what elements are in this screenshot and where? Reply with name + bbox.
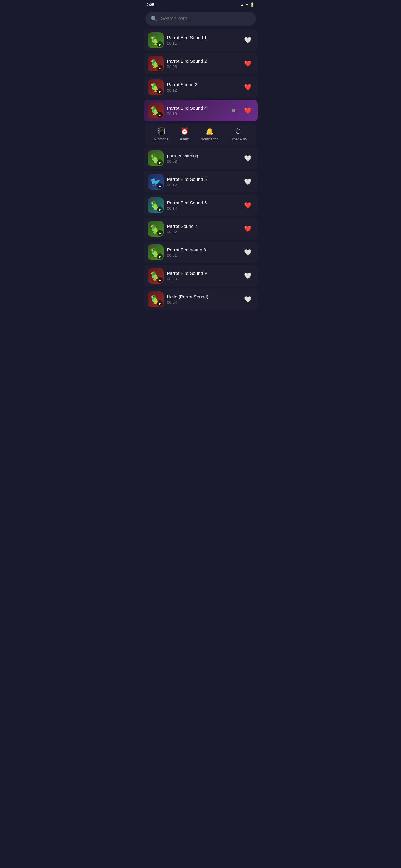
sound-info: Parrot Bird Sound 4 00:19 <box>167 105 225 116</box>
play-icon: ▶ <box>157 112 163 118</box>
favorite-button[interactable]: ❤️ <box>242 58 254 69</box>
sound-info: Parrot Bird Sound 6 00:14 <box>167 200 239 211</box>
notification-button[interactable]: 🔔 Notification <box>201 127 219 141</box>
notification-label: Notification <box>201 137 219 141</box>
play-icon: ▶ <box>157 183 163 189</box>
sound-item[interactable]: 🐦 ▶ Parrot Bird Sound 5 00:12 🤍 <box>144 171 258 193</box>
play-icon: ▶ <box>157 230 163 236</box>
sound-info: Parrot Sound 3 00:12 <box>167 82 239 93</box>
alarm-label: Alarm <box>180 137 189 141</box>
sound-thumbnail: 🦜 ▶ <box>148 197 164 213</box>
wifi-icon: ▾ <box>246 2 248 7</box>
sound-info: Parrot Bird sound 8 00:01 <box>167 247 239 258</box>
sound-duration: 00:05 <box>167 64 239 69</box>
favorite-button[interactable]: 🤍 <box>242 176 254 187</box>
play-icon: ▶ <box>157 159 163 165</box>
timer-play-button[interactable]: ⏱ Timer Play <box>230 127 247 141</box>
sound-info: Parrot Sound 7 00:02 <box>167 224 239 234</box>
sound-title: Parrot Bird Sound 6 <box>167 200 239 205</box>
sound-title: Parrot Bird Sound 9 <box>167 271 239 276</box>
play-icon: ▶ <box>157 207 163 213</box>
play-icon: ▶ <box>157 88 163 94</box>
favorite-button[interactable]: 🤍 <box>242 247 254 258</box>
favorite-button[interactable]: ❤️ <box>242 200 254 211</box>
sound-item[interactable]: 🦜 ▶ parrots chirping 00:03 🤍 <box>144 147 258 169</box>
timer-play-label: Timer Play <box>230 137 247 141</box>
favorite-button[interactable]: 🤍 <box>242 270 254 281</box>
status-time: 9:25 <box>147 2 154 7</box>
sound-duration: 00:14 <box>167 206 239 211</box>
play-icon: ▶ <box>157 65 163 71</box>
sound-info: Parrot Bird Sound 9 00:03 <box>167 271 239 281</box>
sound-duration: 00:12 <box>167 88 239 93</box>
favorite-button[interactable]: ❤️ <box>242 105 254 116</box>
sound-thumbnail: 🦜 ▶ <box>148 103 164 119</box>
play-icon: ▶ <box>157 277 163 283</box>
action-bar: 📳 Ringtone ⏰ Alarm 🔔 Notification ⏱ Time… <box>145 123 256 146</box>
sound-thumbnail: 🦜 ▶ <box>148 79 164 95</box>
sound-item[interactable]: 🦜 ▶ Parrot Bird Sound 4 00:19 ⏹ ❤️ <box>144 100 258 121</box>
sound-thumbnail: 🦜 ▶ <box>148 268 164 284</box>
search-bar[interactable]: 🔍 <box>145 12 256 26</box>
sound-title: Parrot Sound 3 <box>167 82 239 87</box>
sound-title: Hello (Parrot Sound) <box>167 294 239 299</box>
sound-duration: 00:01 <box>167 253 239 258</box>
notification-icon: 🔔 <box>205 127 213 135</box>
sound-title: Parrot Sound 7 <box>167 224 239 229</box>
timer-play-icon: ⏱ <box>235 127 242 135</box>
sound-thumbnail: 🦜 ▶ <box>148 291 164 307</box>
sound-title: Parrot Bird sound 8 <box>167 247 239 252</box>
sound-item[interactable]: 🦜 ▶ Parrot Bird Sound 2 00:05 ❤️ <box>144 53 258 74</box>
sound-title: Parrot Bird Sound 5 <box>167 177 239 182</box>
sound-item[interactable]: 🦜 ▶ Parrot Bird Sound 6 00:14 ❤️ <box>144 194 258 216</box>
play-icon: ▶ <box>157 301 163 307</box>
sound-list: 🦜 ▶ Parrot Bird Sound 1 00:11 🤍 🦜 ▶ Parr… <box>142 29 259 311</box>
sound-duration: 00:19 <box>167 112 225 116</box>
sound-info: Hello (Parrot Sound) 00:04 <box>167 294 239 305</box>
status-bar: 9:25 ▲ ▾ 🔋 <box>142 0 259 9</box>
sound-info: Parrot Bird Sound 1 00:11 <box>167 35 239 45</box>
sound-thumbnail: 🦜 ▶ <box>148 221 164 237</box>
sound-title: Parrot Bird Sound 4 <box>167 105 225 111</box>
signal-icon: ▲ <box>240 2 244 7</box>
sound-thumbnail: 🦜 ▶ <box>148 32 164 48</box>
sound-duration: 00:04 <box>167 300 239 305</box>
alarm-icon: ⏰ <box>180 127 189 135</box>
sound-item[interactable]: 🦜 ▶ Parrot Bird Sound 1 00:11 🤍 <box>144 29 258 51</box>
play-icon: ▶ <box>157 41 163 47</box>
favorite-button[interactable]: 🤍 <box>242 35 254 45</box>
ringtone-icon: 📳 <box>157 127 165 135</box>
sound-title: parrots chirping <box>167 153 239 158</box>
battery-icon: 🔋 <box>250 2 255 7</box>
favorite-button[interactable]: ❤️ <box>242 223 254 234</box>
sound-thumbnail: 🦜 ▶ <box>148 244 164 260</box>
sound-duration: 00:03 <box>167 159 239 164</box>
search-input[interactable] <box>161 16 251 22</box>
sound-thumbnail: 🦜 ▶ <box>148 56 164 71</box>
status-icons: ▲ ▾ 🔋 <box>240 2 255 7</box>
favorite-button[interactable]: ❤️ <box>242 82 254 93</box>
sound-item[interactable]: 🦜 ▶ Parrot Bird sound 8 00:01 🤍 <box>144 241 258 263</box>
sound-thumbnail: 🐦 ▶ <box>148 174 164 190</box>
sound-info: Parrot Bird Sound 2 00:05 <box>167 59 239 69</box>
favorite-button[interactable]: 🤍 <box>242 153 254 164</box>
sound-title: Parrot Bird Sound 1 <box>167 35 239 40</box>
sound-duration: 00:03 <box>167 277 239 281</box>
sound-thumbnail: 🦜 ▶ <box>148 150 164 166</box>
sound-info: Parrot Bird Sound 5 00:12 <box>167 177 239 187</box>
sound-item[interactable]: 🦜 ▶ Parrot Sound 3 00:12 ❤️ <box>144 76 258 98</box>
favorite-button[interactable]: 🤍 <box>242 294 254 305</box>
sound-item[interactable]: 🦜 ▶ Parrot Sound 7 00:02 ❤️ <box>144 218 258 240</box>
play-icon: ▶ <box>157 253 163 259</box>
sound-item[interactable]: 🦜 ▶ Hello (Parrot Sound) 00:04 🤍 <box>144 288 258 310</box>
sound-info: parrots chirping 00:03 <box>167 153 239 164</box>
sound-item[interactable]: 🦜 ▶ Parrot Bird Sound 9 00:03 🤍 <box>144 265 258 287</box>
stop-button[interactable]: ⏹ <box>228 105 239 116</box>
search-icon: 🔍 <box>151 16 157 22</box>
ringtone-label: Ringtone <box>154 137 168 141</box>
sound-duration: 00:02 <box>167 230 239 234</box>
sound-duration: 00:11 <box>167 41 239 45</box>
ringtone-button[interactable]: 📳 Ringtone <box>154 127 168 141</box>
sound-duration: 00:12 <box>167 183 239 187</box>
alarm-button[interactable]: ⏰ Alarm <box>180 127 189 141</box>
